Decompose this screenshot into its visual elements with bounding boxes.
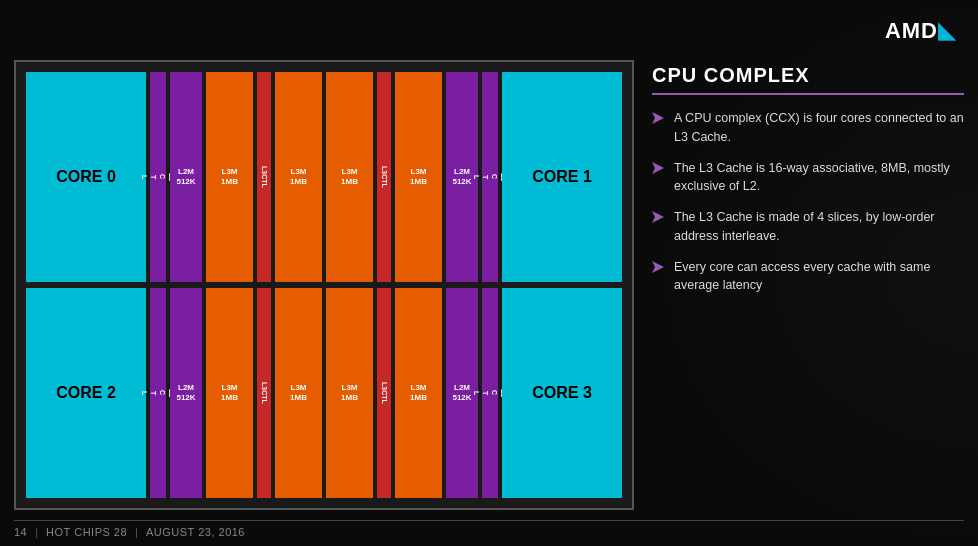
core-2: CORE 2 xyxy=(26,288,146,498)
l2m-left-top: L2M 512K xyxy=(170,72,202,282)
l2-ctl-right-top: L2 C T L xyxy=(482,72,498,282)
l3m-top-2: L3M 1MB xyxy=(275,72,322,282)
l3m-top-4: L3M 1MB xyxy=(395,72,442,282)
bullet-item-2: The L3 Cache is 16-way associative, 8MB,… xyxy=(652,159,964,197)
l2-ctl-left-top: L2 C T L xyxy=(150,72,166,282)
panel-title-bar: CPU COMPLEX xyxy=(652,64,964,95)
bullet-icon-2 xyxy=(652,161,666,197)
cpu-diagram: CORE 0 L2 C T L L2M 512K L3M 1MB xyxy=(14,60,634,510)
core-0: CORE 0 xyxy=(26,72,146,282)
l3m-top-1: L3M 1MB xyxy=(206,72,253,282)
bullet-item-1: A CPU complex (CCX) is four cores connec… xyxy=(652,109,964,147)
bullet-item-4: Every core can access every cache with s… xyxy=(652,258,964,296)
bullet-item-3: The L3 Cache is made of 4 slices, by low… xyxy=(652,208,964,246)
footer-event: HOT CHIPS 28 xyxy=(46,526,127,538)
panel-title: CPU COMPLEX xyxy=(652,64,964,87)
l3-ctl-top-2: L3CTL xyxy=(377,72,391,282)
l2-ctl-right-bottom: L2 C T L xyxy=(482,288,498,498)
svg-marker-1 xyxy=(652,162,664,174)
svg-marker-2 xyxy=(652,211,664,223)
core-1: CORE 1 xyxy=(502,72,622,282)
logo-arrow: ◣ xyxy=(938,18,956,43)
l3-ctl-top-1: L3CTL xyxy=(257,72,271,282)
bullet-icon-1 xyxy=(652,111,666,147)
amd-logo: AMD◣ xyxy=(885,18,956,44)
svg-marker-0 xyxy=(652,112,664,124)
core-3: CORE 3 xyxy=(502,288,622,498)
bullet-icon-3 xyxy=(652,210,666,246)
bullet-text-4: Every core can access every cache with s… xyxy=(674,258,964,296)
footer-page: 14 xyxy=(14,526,27,538)
bullet-list: A CPU complex (CCX) is four cores connec… xyxy=(652,109,964,295)
middle-bottom: L2 C T L L2M 512K L3M 1MB L3CTL xyxy=(150,288,498,498)
slide-content: CORE 0 L2 C T L L2M 512K L3M 1MB xyxy=(14,60,964,510)
l2-ctl-left-bottom: L2 C T L xyxy=(150,288,166,498)
l3m-bottom-4: L3M 1MB xyxy=(395,288,442,498)
bullet-text-3: The L3 Cache is made of 4 slices, by low… xyxy=(674,208,964,246)
bullet-text-1: A CPU complex (CCX) is four cores connec… xyxy=(674,109,964,147)
footer-sep-2: | xyxy=(135,526,138,538)
svg-marker-3 xyxy=(652,261,664,273)
l3m-top-3: L3M 1MB xyxy=(326,72,373,282)
footer-sep-1: | xyxy=(35,526,38,538)
l3m-bottom-2: L3M 1MB xyxy=(275,288,322,498)
footer: 14 | HOT CHIPS 28 | AUGUST 23, 2016 xyxy=(14,520,964,538)
footer-date: AUGUST 23, 2016 xyxy=(146,526,245,538)
l3-ctl-bottom-1: L3CTL xyxy=(257,288,271,498)
cpu-row-top: CORE 0 L2 C T L L2M 512K L3M 1MB xyxy=(26,72,622,282)
l3m-bottom-3: L3M 1MB xyxy=(326,288,373,498)
bullet-icon-4 xyxy=(652,260,666,296)
info-panel: CPU COMPLEX A CPU complex (CCX) is four … xyxy=(652,60,964,510)
l3-ctl-bottom-2: L3CTL xyxy=(377,288,391,498)
bullet-text-2: The L3 Cache is 16-way associative, 8MB,… xyxy=(674,159,964,197)
logo-text: AMD xyxy=(885,18,938,43)
cpu-row-bottom: CORE 2 L2 C T L L2M 512K L3M 1MB xyxy=(26,288,622,498)
l2m-left-bottom: L2M 512K xyxy=(170,288,202,498)
l3m-bottom-1: L3M 1MB xyxy=(206,288,253,498)
middle-top: L2 C T L L2M 512K L3M 1MB L3CTL xyxy=(150,72,498,282)
